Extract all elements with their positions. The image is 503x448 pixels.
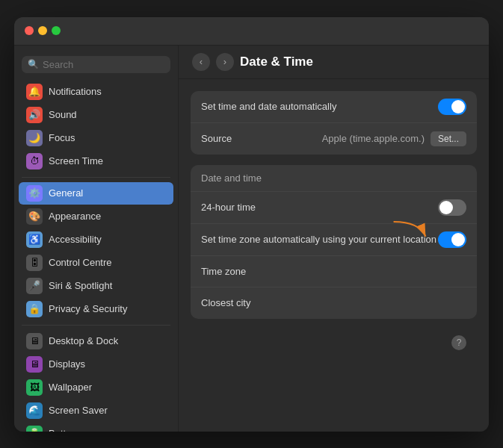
sidebar-item-wallpaper[interactable]: 🖼 Wallpaper [19, 376, 173, 399]
set-time-auto-toggle[interactable] [438, 99, 466, 115]
sidebar-item-label: Desktop & Dock [49, 335, 118, 346]
main-body: Set time and date automatically Source A… [179, 79, 489, 432]
24-hour-row: 24-hour time [191, 192, 477, 224]
toggle-knob-2 [439, 201, 453, 214]
main-content: ‹ › Date & Time Set time and date automa… [179, 46, 489, 432]
notifications-icon: 🔔 [26, 84, 43, 100]
close-button[interactable] [25, 26, 34, 35]
sidebar-item-sound[interactable]: 🔊 Sound [19, 104, 173, 126]
source-label: Source [201, 133, 322, 144]
sidebar-group-3: 🖥 Desktop & Dock 🖥 Displays 🖼 Wallpaper … [14, 330, 178, 432]
maximize-button[interactable] [52, 26, 61, 35]
sidebar-item-privacy-security[interactable]: 🔒 Privacy & Security [19, 298, 173, 320]
page-title: Date & Time [240, 55, 313, 69]
closest-city-row: Closest city [191, 287, 477, 319]
sidebar-group-2: ⚙️ General 🎨 Appearance ♿ Accessibility … [14, 182, 178, 320]
time-zone-row: Time zone [191, 256, 477, 287]
source-value: Apple (time.apple.com.) [322, 133, 425, 144]
sidebar-group-1: 🔔 Notifications 🔊 Sound 🌙 Focus ⏱ Screen… [14, 81, 178, 172]
sidebar-item-siri-spotlight[interactable]: 🎤 Siri & Spotlight [19, 275, 173, 297]
battery-icon: 🔋 [26, 426, 43, 432]
appearance-icon: 🎨 [26, 208, 43, 225]
sidebar: 🔍 🔔 Notifications 🔊 Sound 🌙 Focus [14, 46, 179, 432]
control-centre-icon: 🎛 [26, 255, 43, 271]
date-time-header-label: Date and time [201, 172, 262, 184]
sidebar-item-label: Sound [49, 109, 77, 120]
24-hour-toggle[interactable] [438, 199, 466, 216]
content-area: 🔍 🔔 Notifications 🔊 Sound 🌙 Focus [14, 46, 489, 432]
sidebar-item-label: Privacy & Security [49, 303, 127, 314]
sidebar-item-general[interactable]: ⚙️ General [19, 182, 173, 205]
source-row: Source Apple (time.apple.com.) Set... [191, 123, 477, 155]
accessibility-icon: ♿ [26, 231, 43, 248]
divider-1 [22, 177, 170, 178]
focus-icon: 🌙 [26, 130, 43, 146]
help-row: ? [191, 329, 477, 356]
traffic-lights [25, 26, 61, 35]
search-input[interactable] [43, 59, 164, 70]
date-time-section: Date and time 24-hour time Set time zone… [191, 165, 477, 319]
back-button[interactable]: ‹ [192, 53, 210, 71]
sidebar-item-focus[interactable]: 🌙 Focus [19, 127, 173, 149]
siri-icon: 🎤 [26, 278, 43, 294]
sidebar-item-screen-time[interactable]: ⏱ Screen Time [19, 150, 173, 172]
sidebar-item-label: Battery [49, 428, 79, 432]
sidebar-item-label: Wallpaper [49, 382, 92, 393]
screen-saver-icon: 🌊 [26, 402, 43, 419]
search-bar[interactable]: 🔍 [22, 56, 170, 73]
sidebar-item-label: Control Centre [49, 257, 112, 268]
general-icon: ⚙️ [26, 185, 43, 202]
sidebar-item-label: General [49, 187, 83, 199]
sidebar-item-displays[interactable]: 🖥 Displays [19, 353, 173, 376]
sidebar-item-control-centre[interactable]: 🎛 Control Centre [19, 252, 173, 274]
sound-icon: 🔊 [26, 107, 43, 123]
privacy-icon: 🔒 [26, 301, 43, 317]
closest-city-label: Closest city [201, 297, 466, 308]
displays-icon: 🖥 [26, 356, 43, 373]
minimize-button[interactable] [38, 26, 47, 35]
wallpaper-icon: 🖼 [26, 379, 43, 396]
toggle-knob-3 [451, 233, 465, 246]
toggle-knob [451, 100, 465, 113]
search-icon: 🔍 [28, 59, 39, 69]
sidebar-item-appearance[interactable]: 🎨 Appearance [19, 205, 173, 228]
screen-time-icon: ⏱ [26, 153, 43, 169]
sidebar-item-label: Focus [49, 132, 75, 143]
sidebar-item-desktop-dock[interactable]: 🖥 Desktop & Dock [19, 330, 173, 352]
main-window: 🔍 🔔 Notifications 🔊 Sound 🌙 Focus [14, 17, 489, 432]
forward-button[interactable]: › [216, 53, 234, 71]
sidebar-item-label: Displays [49, 358, 85, 370]
title-bar [14, 17, 489, 46]
sidebar-item-label: Screen Time [49, 155, 103, 167]
set-timezone-row: Set time zone automatically using your c… [191, 224, 477, 256]
sidebar-item-label: Screen Saver [49, 405, 108, 416]
sidebar-item-label: Siri & Spotlight [49, 280, 112, 291]
auto-time-section: Set time and date automatically Source A… [191, 91, 477, 155]
help-button[interactable]: ? [451, 335, 466, 350]
sidebar-item-notifications[interactable]: 🔔 Notifications [19, 81, 173, 103]
sidebar-item-label: Appearance [49, 211, 101, 222]
main-header: ‹ › Date & Time [179, 46, 489, 79]
divider-2 [22, 325, 170, 326]
sidebar-item-accessibility[interactable]: ♿ Accessibility [19, 228, 173, 251]
set-button[interactable]: Set... [431, 131, 466, 146]
sidebar-item-label: Notifications [49, 86, 102, 97]
date-time-header-row: Date and time [191, 165, 477, 192]
set-timezone-toggle[interactable] [438, 231, 466, 248]
desktop-dock-icon: 🖥 [26, 333, 43, 349]
time-zone-label: Time zone [201, 266, 466, 277]
24-hour-label: 24-hour time [201, 202, 438, 213]
set-time-auto-row: Set time and date automatically [191, 91, 477, 123]
set-timezone-label: Set time zone automatically using your c… [201, 234, 438, 245]
sidebar-item-label: Accessibility [49, 234, 102, 245]
sidebar-item-screen-saver[interactable]: 🌊 Screen Saver [19, 399, 173, 422]
sidebar-item-battery[interactable]: 🔋 Battery [19, 423, 173, 432]
set-time-auto-label: Set time and date automatically [201, 101, 438, 112]
